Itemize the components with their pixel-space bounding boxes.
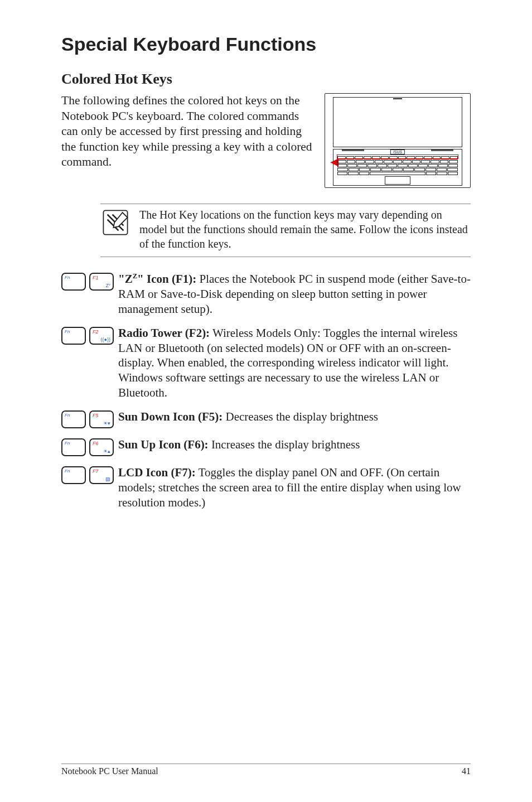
intro-row: The following defines the colored hot ke… bbox=[61, 93, 471, 188]
hotkey-row-f6: Fn F6 ☀▴ Sun Up Icon (F6): Increases the… bbox=[61, 437, 471, 456]
laptop-illustration: /SUS ◀ bbox=[325, 93, 471, 188]
hotkey-row-f5: Fn F5 ☀▾ Sun Down Icon (F5): Decreases t… bbox=[61, 409, 471, 428]
page-footer: Notebook PC User Manual 41 bbox=[61, 764, 471, 776]
f5-key-icon: F5 ☀▾ bbox=[89, 410, 114, 428]
hotkey-desc: Sun Up Icon (F6): Increases the display … bbox=[118, 437, 471, 452]
laptop-brand-label: /SUS bbox=[390, 149, 405, 154]
hotkey-desc: "ZZ" Icon (F1): Places the Notebook PC i… bbox=[118, 272, 471, 317]
fn-key-icon: Fn bbox=[61, 410, 86, 428]
hotkey-row-f7: Fn F7 ▧ LCD Icon (F7): Toggles the displ… bbox=[61, 465, 471, 510]
note-callout: The Hot Key locations on the function ke… bbox=[100, 204, 471, 257]
f6-key-icon: F6 ☀▴ bbox=[89, 438, 114, 456]
footer-manual-title: Notebook PC User Manual bbox=[61, 766, 158, 776]
hotkey-title: Sun Up Icon (F6): bbox=[118, 438, 209, 451]
f7-key-icon: F7 ▧ bbox=[89, 466, 114, 484]
hotkey-title: Radio Tower (F2): bbox=[118, 326, 210, 340]
hotkey-desc: LCD Icon (F7): Toggles the display panel… bbox=[118, 465, 471, 510]
f1-key-icon: F1 Zᶻ bbox=[89, 273, 114, 291]
hotkey-title: Sun Down Icon (F5): bbox=[118, 410, 223, 423]
fn-key-icon: Fn bbox=[61, 273, 86, 291]
hotkey-desc: Sun Down Icon (F5): Decreases the displa… bbox=[118, 409, 471, 424]
fn-key-icon: Fn bbox=[61, 466, 86, 484]
f2-key-icon: F2 ((●)) bbox=[89, 327, 114, 345]
hotkey-row-f1: Fn F1 Zᶻ "ZZ" Icon (F1): Places the Note… bbox=[61, 272, 471, 317]
fn-key-icon: Fn bbox=[61, 327, 86, 345]
intro-text: The following defines the colored hot ke… bbox=[61, 93, 315, 170]
hotkey-title: "ZZ" Icon (F1): bbox=[118, 272, 196, 286]
key-pair: Fn F5 ☀▾ bbox=[61, 409, 114, 428]
page-title: Special Keyboard Functions bbox=[61, 33, 471, 55]
hotkey-desc: Radio Tower (F2): Wireless Models Only: … bbox=[118, 326, 471, 400]
hotkey-title: LCD Icon (F7): bbox=[118, 466, 196, 479]
hotkey-row-f2: Fn F2 ((●)) Radio Tower (F2): Wireless M… bbox=[61, 326, 471, 400]
note-icon bbox=[100, 207, 130, 238]
fn-key-icon: Fn bbox=[61, 438, 86, 456]
key-pair: Fn F2 ((●)) bbox=[61, 326, 114, 345]
key-pair: Fn F6 ☀▴ bbox=[61, 437, 114, 456]
section-heading: Colored Hot Keys bbox=[61, 71, 471, 88]
footer-page-number: 41 bbox=[462, 766, 471, 776]
key-pair: Fn F7 ▧ bbox=[61, 465, 114, 484]
note-text: The Hot Key locations on the function ke… bbox=[139, 207, 471, 251]
key-pair: Fn F1 Zᶻ bbox=[61, 272, 114, 291]
